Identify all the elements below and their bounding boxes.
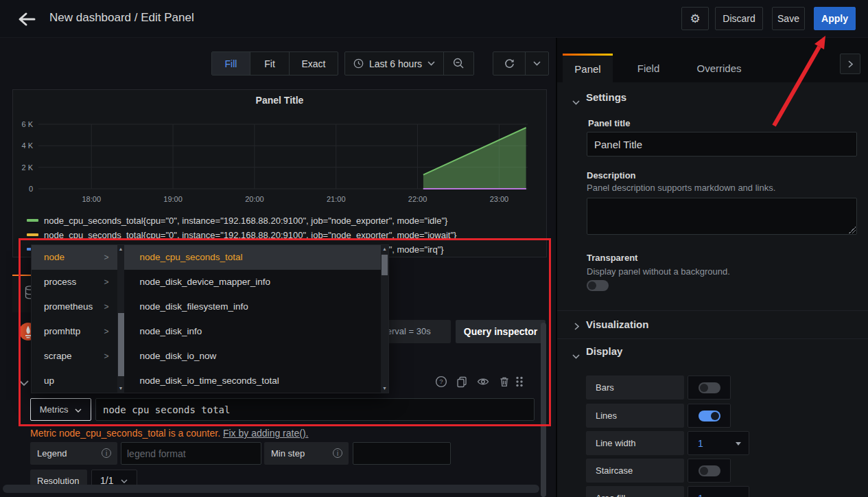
metric-item[interactable]: node_disk_device_mapper_info (124, 270, 381, 294)
chevron-down-icon (572, 349, 580, 362)
lines-label: Lines (586, 404, 684, 428)
bars-toggle[interactable] (699, 382, 720, 393)
min-step-input[interactable] (353, 442, 451, 465)
chevron-right-icon (848, 60, 853, 68)
query-row-collapse-chevron-icon[interactable] (19, 377, 29, 389)
lines-toggle-container (688, 404, 731, 428)
description-help-text: Panel description supports markdown and … (587, 183, 775, 193)
exact-mode-button[interactable]: Exact (289, 52, 338, 75)
query-help-icon[interactable]: ? (435, 375, 447, 388)
metric-item[interactable]: node_disk_info (124, 319, 381, 344)
metrics-browser-button[interactable]: Metrics (30, 398, 91, 421)
time-range-button[interactable]: Last 6 hours (345, 52, 443, 75)
refresh-group (493, 51, 549, 76)
staircase-toggle[interactable] (699, 465, 720, 476)
metric-group-item[interactable]: process> (32, 270, 117, 294)
metric-group-item[interactable]: scrape> (32, 344, 117, 369)
discard-button[interactable]: Discard (715, 7, 763, 30)
legend-format-label: Legend i (30, 442, 117, 465)
time-picker-group: Last 6 hours (344, 51, 474, 76)
legend-item[interactable]: node_cpu_seconds_total{cpu="0", instance… (27, 214, 447, 227)
chevron-down-icon (121, 479, 128, 483)
description-label: Description (587, 170, 636, 181)
settings-section-header[interactable]: Settings (586, 91, 626, 103)
svg-text:22:00: 22:00 (408, 195, 427, 203)
svg-text:18:00: 18:00 (82, 195, 101, 203)
timeseries-chart: 02 K4 K6 K18:0019:0020:0021:0022:0023:00 (13, 111, 546, 213)
scroll-down-icon[interactable]: ▼ (381, 384, 388, 393)
delete-query-trash-icon[interactable] (498, 375, 511, 388)
metric-group-item[interactable]: promhttp> (32, 319, 117, 344)
main-edit-area: Fill Fit Exact Last 6 hours Panel T (0, 38, 556, 497)
metrics-browser-dropdown: node> process> prometheus> promhttp> scr… (31, 244, 389, 393)
info-icon[interactable]: i (333, 448, 342, 458)
svg-text:21:00: 21:00 (327, 195, 346, 203)
svg-text:23:00: 23:00 (490, 195, 509, 203)
metric-group-item[interactable]: prometheus> (32, 294, 117, 319)
divider (557, 310, 868, 311)
scrollbar-thumb[interactable] (118, 313, 124, 376)
metric-item[interactable]: node_disk_io_time_seconds_total (124, 369, 381, 393)
collapse-sidebar-button[interactable] (840, 54, 860, 74)
warning-text: Metric node_cpu_seconds_total is a count… (30, 428, 220, 439)
tab-overrides[interactable]: Overrides (688, 54, 750, 82)
scroll-up-icon[interactable]: ▲ (381, 245, 388, 253)
info-icon[interactable]: i (102, 448, 111, 458)
display-section-header[interactable]: Display (586, 345, 622, 357)
query-inspector-button[interactable]: Query inspector (456, 320, 546, 343)
time-range-label: Last 6 hours (369, 58, 422, 69)
chevron-right-icon: > (104, 319, 109, 344)
visualization-section-header[interactable]: Visualization (586, 319, 648, 330)
group-list-scrollbar[interactable]: ▲ ▼ (117, 245, 125, 393)
series-color-swatch (27, 219, 38, 222)
fit-mode-button[interactable]: Fit (250, 52, 289, 75)
metric-item[interactable]: node_disk_io_now (124, 344, 381, 369)
panel-preview-card: Panel Title 02 K4 K6 K18:0019:0020:0021:… (12, 89, 547, 257)
legend-item[interactable]: node_cpu_seconds_total{cpu="0", instance… (27, 229, 456, 241)
promql-expression-input[interactable] (95, 398, 535, 421)
bars-toggle-container (688, 375, 731, 400)
min-step-label: Min step i (264, 442, 349, 465)
apply-button[interactable]: Apply (814, 7, 856, 30)
metric-list-scrollbar[interactable]: ▲ ▼ (381, 245, 388, 393)
options-sidebar: Panel Field Overrides Settings Panel tit… (556, 38, 868, 497)
fix-by-adding-rate-link[interactable]: Fix by adding rate(). (223, 428, 309, 439)
horizontal-scrollbar[interactable] (3, 485, 539, 493)
staircase-label: Staircase (586, 459, 684, 483)
duplicate-query-icon[interactable] (456, 375, 468, 388)
tab-field[interactable]: Field (626, 54, 671, 82)
legend-label: node_cpu_seconds_total{cpu="0", instance… (44, 230, 456, 240)
lines-toggle[interactable] (699, 411, 720, 421)
area-fill-select[interactable]: 1 (688, 486, 749, 497)
legend-label: node_cpu_seconds_total{cpu="0", instance… (44, 216, 447, 226)
tab-panel[interactable]: Panel (563, 54, 613, 82)
fill-mode-button[interactable]: Fill (212, 52, 250, 75)
transparent-toggle[interactable] (587, 280, 609, 291)
divider (557, 338, 868, 339)
scroll-up-icon[interactable]: ▲ (117, 245, 125, 253)
panel-settings-button[interactable]: ⚙ (681, 7, 709, 30)
panel-title-input[interactable] (587, 132, 857, 157)
scrollbar-thumb[interactable] (382, 255, 388, 275)
refresh-button[interactable] (493, 52, 525, 75)
grafana-edit-panel-screen: New dashboard / Edit Panel ⚙ Discard Sav… (0, 0, 868, 497)
chevron-right-icon: > (104, 270, 109, 294)
bars-label: Bars (586, 375, 684, 400)
refresh-interval-dropdown[interactable] (525, 52, 548, 75)
drag-handle-icon[interactable] (515, 375, 527, 388)
save-button[interactable]: Save (772, 7, 805, 30)
disable-query-eye-icon[interactable] (477, 375, 489, 388)
vertical-scrollbar-thumb[interactable] (541, 323, 546, 497)
metric-item[interactable]: node_disk_filesystem_info (124, 294, 381, 319)
metric-item[interactable]: node_cpu_seconds_total (124, 245, 381, 270)
metric-group-item[interactable]: node> (32, 245, 117, 270)
metric-group-item[interactable]: up (32, 369, 117, 393)
series-color-swatch (27, 233, 38, 236)
scroll-down-icon[interactable]: ▼ (117, 384, 125, 393)
description-textarea[interactable] (587, 198, 857, 235)
zoom-out-time-button[interactable] (443, 52, 473, 75)
back-button[interactable] (15, 9, 38, 30)
chevron-down-icon (427, 61, 435, 66)
line-width-select[interactable]: 1 (688, 431, 749, 455)
legend-format-input[interactable] (121, 442, 261, 465)
